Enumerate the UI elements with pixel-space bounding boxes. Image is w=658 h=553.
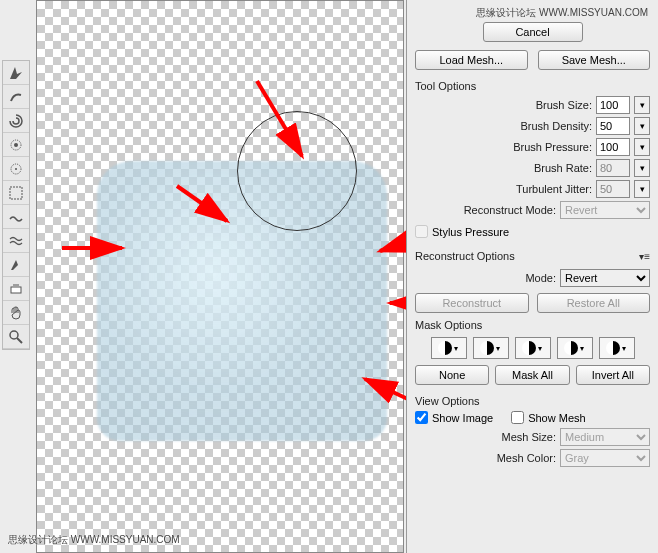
svg-line-9 [177,186,227,221]
twirl-tool[interactable] [3,109,29,133]
mode-label: Mode: [525,272,556,284]
mask-options-title: Mask Options [415,319,650,331]
mask-replace-icon[interactable]: ▾ [431,337,467,359]
turbulent-jitter-input [596,180,630,198]
svg-point-3 [15,168,17,170]
liquify-toolbar [2,60,30,350]
show-image-label: Show Image [432,412,493,424]
stylus-pressure-label: Stylus Pressure [432,226,509,238]
mirror-tool[interactable] [3,205,29,229]
show-image-checkbox[interactable] [415,411,428,424]
show-mesh-checkbox[interactable] [511,411,524,424]
brush-pressure-input[interactable] [596,138,630,156]
mesh-color-label: Mesh Color: [497,452,556,464]
reconstruct-tool[interactable] [3,85,29,109]
brush-density-input[interactable] [596,117,630,135]
reconstruct-options-title: Reconstruct Options [415,250,515,262]
turbulent-jitter-dropdown[interactable] [634,180,650,198]
annotation-arrow [57,233,137,263]
svg-point-6 [10,331,18,339]
mask-none-button[interactable]: None [415,365,489,385]
svg-point-1 [14,143,18,147]
canvas[interactable] [36,0,404,553]
view-options-title: View Options [415,395,650,407]
brush-size-label: Brush Size: [536,99,592,111]
mesh-size-select: Medium [560,428,650,446]
mesh-color-select: Gray [560,449,650,467]
mask-subtract-icon[interactable]: ▾ [515,337,551,359]
brush-rate-label: Brush Rate: [534,162,592,174]
brush-rate-dropdown[interactable] [634,159,650,177]
cancel-button[interactable]: Cancel [483,22,583,42]
save-mesh-button[interactable]: Save Mesh... [538,50,651,70]
thaw-mask-tool[interactable] [3,277,29,301]
reconstruct-mode-select: Revert [560,201,650,219]
svg-line-13 [365,379,412,401]
forward-warp-tool[interactable] [3,61,29,85]
brush-rate-input [596,159,630,177]
brush-size-dropdown[interactable] [634,96,650,114]
bloat-tool[interactable] [3,157,29,181]
reconstruct-mode-label: Reconstruct Mode: [464,204,556,216]
svg-line-7 [17,338,22,343]
watermark: 思缘设计论坛 WWW.MISSYUAN.COM [476,6,648,20]
mask-invert-icon[interactable]: ▾ [599,337,635,359]
mask-intersect-icon[interactable]: ▾ [557,337,593,359]
options-panel: 思缘设计论坛 WWW.MISSYUAN.COM Cancel Load Mesh… [406,0,658,553]
mask-all-button[interactable]: Mask All [495,365,569,385]
turbulent-jitter-label: Turbulent Jitter: [516,183,592,195]
annotation-arrow [247,71,327,171]
stylus-pressure-checkbox [415,225,428,238]
show-mesh-label: Show Mesh [528,412,585,424]
reconstruct-button: Reconstruct [415,293,529,313]
brush-size-input[interactable] [596,96,630,114]
brush-pressure-label: Brush Pressure: [513,141,592,153]
freeze-mask-tool[interactable] [3,253,29,277]
watermark: 思缘设计论坛 WWW.MISSYUAN.COM [8,533,180,547]
mask-add-icon[interactable]: ▾ [473,337,509,359]
hand-tool[interactable] [3,301,29,325]
turbulence-tool[interactable] [3,229,29,253]
svg-line-8 [257,81,302,156]
push-left-tool[interactable] [3,181,29,205]
tool-options-title: Tool Options [415,80,650,92]
annotation-arrow [167,176,247,236]
svg-rect-4 [10,187,22,199]
brush-density-label: Brush Density: [520,120,592,132]
load-mesh-button[interactable]: Load Mesh... [415,50,528,70]
brush-pressure-dropdown[interactable] [634,138,650,156]
brush-density-dropdown[interactable] [634,117,650,135]
restore-all-button: Restore All [537,293,651,313]
mask-invert-all-button[interactable]: Invert All [576,365,650,385]
svg-rect-5 [11,287,21,293]
mode-select[interactable]: Revert [560,269,650,287]
mesh-size-label: Mesh Size: [502,431,556,443]
zoom-tool[interactable] [3,325,29,349]
panel-menu-icon[interactable]: ▾≡ [639,251,650,262]
pucker-tool[interactable] [3,133,29,157]
